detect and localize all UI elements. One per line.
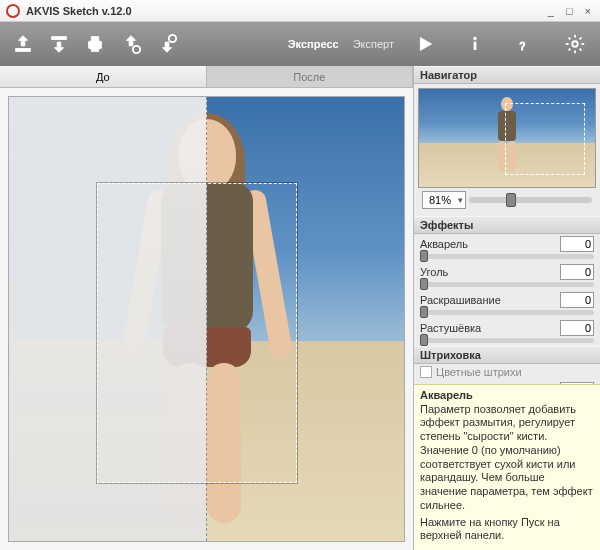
settings-button[interactable] [558, 27, 592, 61]
svg-point-6 [169, 35, 176, 42]
info-button[interactable] [458, 27, 492, 61]
help-title: Акварель [420, 389, 594, 401]
window-title: AKVIS Sketch v.12.0 [26, 5, 545, 17]
svg-point-5 [133, 46, 140, 53]
svg-rect-3 [91, 37, 98, 42]
canvas[interactable] [0, 88, 413, 550]
smudge-slider[interactable] [420, 338, 594, 343]
help-body-1: Параметр позволяет добавить эффект размы… [420, 403, 594, 513]
minimize-button[interactable]: _ [545, 5, 557, 17]
selection-marquee[interactable] [97, 183, 297, 483]
svg-point-8 [474, 37, 477, 40]
color-strokes-label: Цветные штрихи [436, 366, 522, 378]
tab-before[interactable]: До [0, 66, 207, 87]
svg-rect-7 [474, 42, 476, 49]
side-panel: Навигатор 81% Эффекты Акварель0 Уголь0 Р… [414, 66, 600, 550]
watercolor-label: Акварель [420, 238, 556, 250]
help-button[interactable]: ? [508, 27, 542, 61]
smudge-label: Растушёвка [420, 322, 556, 334]
tab-after[interactable]: После [207, 66, 414, 87]
coloration-slider[interactable] [420, 310, 594, 315]
charcoal-value[interactable]: 0 [560, 264, 594, 280]
print-button[interactable] [78, 27, 112, 61]
preview-image [8, 96, 405, 542]
app-logo-icon [6, 4, 20, 18]
smudge-value[interactable]: 0 [560, 320, 594, 336]
navigator-header: Навигатор [414, 66, 600, 84]
svg-point-10 [572, 41, 578, 47]
coloration-value[interactable]: 0 [560, 292, 594, 308]
save-button[interactable] [42, 27, 76, 61]
hatching-header: Штриховка [414, 346, 600, 364]
svg-text:?: ? [520, 41, 526, 52]
mode-express[interactable]: Экспресс [288, 38, 339, 50]
titlebar: AKVIS Sketch v.12.0 _ □ × [0, 0, 600, 22]
watercolor-value[interactable]: 0 [560, 236, 594, 252]
navigator-thumbnail[interactable] [418, 88, 596, 188]
zoom-value[interactable]: 81% [422, 191, 466, 209]
export-button[interactable] [150, 27, 184, 61]
close-button[interactable]: × [582, 5, 594, 17]
help-panel: Акварель Параметр позволяет добавить эфф… [414, 384, 600, 551]
svg-rect-4 [91, 47, 98, 52]
charcoal-slider[interactable] [420, 282, 594, 287]
mode-expert[interactable]: Эксперт [353, 38, 394, 50]
import-button[interactable] [114, 27, 148, 61]
svg-rect-1 [52, 37, 67, 40]
zoom-slider[interactable] [469, 197, 592, 203]
canvas-area: До После [0, 66, 414, 550]
help-body-2: Нажмите на кнопку Пуск на верхней панели… [420, 516, 594, 544]
coloration-label: Раскрашивание [420, 294, 556, 306]
maximize-button[interactable]: □ [563, 5, 576, 17]
watercolor-slider[interactable] [420, 254, 594, 259]
open-button[interactable] [6, 27, 40, 61]
charcoal-label: Уголь [420, 266, 556, 278]
svg-rect-0 [16, 49, 31, 52]
navigator-viewport[interactable] [505, 103, 585, 175]
run-button[interactable] [408, 27, 442, 61]
color-strokes-checkbox[interactable] [420, 366, 432, 378]
toolbar: Экспресс Эксперт ? [0, 22, 600, 66]
effects-header: Эффекты [414, 216, 600, 234]
